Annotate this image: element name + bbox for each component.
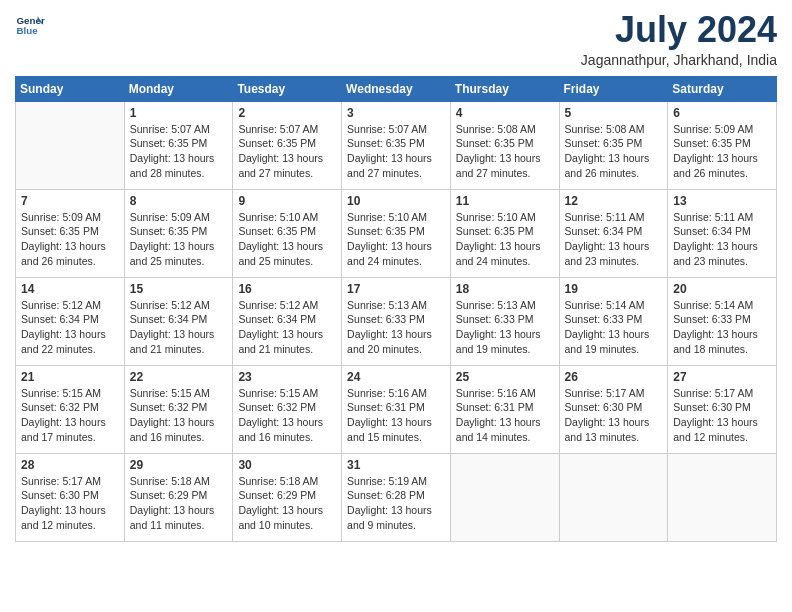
calendar-week-row: 21Sunrise: 5:15 AM Sunset: 6:32 PM Dayli… <box>16 365 777 453</box>
calendar-week-row: 1Sunrise: 5:07 AM Sunset: 6:35 PM Daylig… <box>16 101 777 189</box>
day-info: Sunrise: 5:10 AM Sunset: 6:35 PM Dayligh… <box>238 210 336 269</box>
day-number: 7 <box>21 194 119 208</box>
header-thursday: Thursday <box>450 76 559 101</box>
header-saturday: Saturday <box>668 76 777 101</box>
day-number: 25 <box>456 370 554 384</box>
table-row: 12Sunrise: 5:11 AM Sunset: 6:34 PM Dayli… <box>559 189 668 277</box>
day-info: Sunrise: 5:09 AM Sunset: 6:35 PM Dayligh… <box>130 210 228 269</box>
table-row <box>16 101 125 189</box>
day-info: Sunrise: 5:07 AM Sunset: 6:35 PM Dayligh… <box>238 122 336 181</box>
day-number: 29 <box>130 458 228 472</box>
location-subtitle: Jagannathpur, Jharkhand, India <box>581 52 777 68</box>
day-info: Sunrise: 5:12 AM Sunset: 6:34 PM Dayligh… <box>21 298 119 357</box>
table-row: 15Sunrise: 5:12 AM Sunset: 6:34 PM Dayli… <box>124 277 233 365</box>
table-row: 2Sunrise: 5:07 AM Sunset: 6:35 PM Daylig… <box>233 101 342 189</box>
table-row: 3Sunrise: 5:07 AM Sunset: 6:35 PM Daylig… <box>342 101 451 189</box>
svg-text:General: General <box>17 15 46 26</box>
table-row: 19Sunrise: 5:14 AM Sunset: 6:33 PM Dayli… <box>559 277 668 365</box>
table-row: 22Sunrise: 5:15 AM Sunset: 6:32 PM Dayli… <box>124 365 233 453</box>
calendar-table: Sunday Monday Tuesday Wednesday Thursday… <box>15 76 777 542</box>
day-number: 28 <box>21 458 119 472</box>
day-number: 13 <box>673 194 771 208</box>
table-row: 8Sunrise: 5:09 AM Sunset: 6:35 PM Daylig… <box>124 189 233 277</box>
table-row: 5Sunrise: 5:08 AM Sunset: 6:35 PM Daylig… <box>559 101 668 189</box>
header-friday: Friday <box>559 76 668 101</box>
page-header: General Blue July 2024 Jagannathpur, Jha… <box>15 10 777 68</box>
day-info: Sunrise: 5:18 AM Sunset: 6:29 PM Dayligh… <box>130 474 228 533</box>
table-row: 9Sunrise: 5:10 AM Sunset: 6:35 PM Daylig… <box>233 189 342 277</box>
day-number: 16 <box>238 282 336 296</box>
day-info: Sunrise: 5:16 AM Sunset: 6:31 PM Dayligh… <box>456 386 554 445</box>
day-info: Sunrise: 5:09 AM Sunset: 6:35 PM Dayligh… <box>21 210 119 269</box>
day-number: 9 <box>238 194 336 208</box>
day-info: Sunrise: 5:10 AM Sunset: 6:35 PM Dayligh… <box>347 210 445 269</box>
table-row: 28Sunrise: 5:17 AM Sunset: 6:30 PM Dayli… <box>16 453 125 541</box>
title-area: July 2024 Jagannathpur, Jharkhand, India <box>581 10 777 68</box>
day-number: 21 <box>21 370 119 384</box>
table-row: 20Sunrise: 5:14 AM Sunset: 6:33 PM Dayli… <box>668 277 777 365</box>
calendar-week-row: 28Sunrise: 5:17 AM Sunset: 6:30 PM Dayli… <box>16 453 777 541</box>
day-info: Sunrise: 5:11 AM Sunset: 6:34 PM Dayligh… <box>673 210 771 269</box>
day-number: 15 <box>130 282 228 296</box>
day-number: 23 <box>238 370 336 384</box>
day-number: 3 <box>347 106 445 120</box>
day-number: 14 <box>21 282 119 296</box>
day-number: 2 <box>238 106 336 120</box>
table-row: 24Sunrise: 5:16 AM Sunset: 6:31 PM Dayli… <box>342 365 451 453</box>
day-number: 12 <box>565 194 663 208</box>
day-info: Sunrise: 5:17 AM Sunset: 6:30 PM Dayligh… <box>21 474 119 533</box>
logo-icon: General Blue <box>15 10 45 40</box>
day-number: 6 <box>673 106 771 120</box>
day-info: Sunrise: 5:07 AM Sunset: 6:35 PM Dayligh… <box>347 122 445 181</box>
day-number: 11 <box>456 194 554 208</box>
table-row: 29Sunrise: 5:18 AM Sunset: 6:29 PM Dayli… <box>124 453 233 541</box>
day-info: Sunrise: 5:08 AM Sunset: 6:35 PM Dayligh… <box>565 122 663 181</box>
table-row: 13Sunrise: 5:11 AM Sunset: 6:34 PM Dayli… <box>668 189 777 277</box>
day-info: Sunrise: 5:07 AM Sunset: 6:35 PM Dayligh… <box>130 122 228 181</box>
table-row: 10Sunrise: 5:10 AM Sunset: 6:35 PM Dayli… <box>342 189 451 277</box>
header-monday: Monday <box>124 76 233 101</box>
day-number: 8 <box>130 194 228 208</box>
day-number: 18 <box>456 282 554 296</box>
day-number: 1 <box>130 106 228 120</box>
header-wednesday: Wednesday <box>342 76 451 101</box>
day-number: 19 <box>565 282 663 296</box>
day-info: Sunrise: 5:08 AM Sunset: 6:35 PM Dayligh… <box>456 122 554 181</box>
day-info: Sunrise: 5:11 AM Sunset: 6:34 PM Dayligh… <box>565 210 663 269</box>
day-number: 22 <box>130 370 228 384</box>
day-info: Sunrise: 5:17 AM Sunset: 6:30 PM Dayligh… <box>673 386 771 445</box>
table-row: 4Sunrise: 5:08 AM Sunset: 6:35 PM Daylig… <box>450 101 559 189</box>
table-row: 30Sunrise: 5:18 AM Sunset: 6:29 PM Dayli… <box>233 453 342 541</box>
day-number: 24 <box>347 370 445 384</box>
table-row: 23Sunrise: 5:15 AM Sunset: 6:32 PM Dayli… <box>233 365 342 453</box>
table-row: 31Sunrise: 5:19 AM Sunset: 6:28 PM Dayli… <box>342 453 451 541</box>
day-number: 30 <box>238 458 336 472</box>
day-info: Sunrise: 5:14 AM Sunset: 6:33 PM Dayligh… <box>565 298 663 357</box>
table-row: 11Sunrise: 5:10 AM Sunset: 6:35 PM Dayli… <box>450 189 559 277</box>
day-number: 17 <box>347 282 445 296</box>
table-row <box>668 453 777 541</box>
day-number: 5 <box>565 106 663 120</box>
table-row: 16Sunrise: 5:12 AM Sunset: 6:34 PM Dayli… <box>233 277 342 365</box>
day-number: 26 <box>565 370 663 384</box>
table-row: 21Sunrise: 5:15 AM Sunset: 6:32 PM Dayli… <box>16 365 125 453</box>
day-number: 20 <box>673 282 771 296</box>
day-info: Sunrise: 5:12 AM Sunset: 6:34 PM Dayligh… <box>238 298 336 357</box>
day-info: Sunrise: 5:12 AM Sunset: 6:34 PM Dayligh… <box>130 298 228 357</box>
table-row: 6Sunrise: 5:09 AM Sunset: 6:35 PM Daylig… <box>668 101 777 189</box>
month-year-title: July 2024 <box>581 10 777 50</box>
day-info: Sunrise: 5:15 AM Sunset: 6:32 PM Dayligh… <box>238 386 336 445</box>
header-sunday: Sunday <box>16 76 125 101</box>
day-info: Sunrise: 5:14 AM Sunset: 6:33 PM Dayligh… <box>673 298 771 357</box>
day-info: Sunrise: 5:10 AM Sunset: 6:35 PM Dayligh… <box>456 210 554 269</box>
header-tuesday: Tuesday <box>233 76 342 101</box>
day-info: Sunrise: 5:19 AM Sunset: 6:28 PM Dayligh… <box>347 474 445 533</box>
table-row <box>559 453 668 541</box>
table-row: 7Sunrise: 5:09 AM Sunset: 6:35 PM Daylig… <box>16 189 125 277</box>
day-number: 31 <box>347 458 445 472</box>
day-info: Sunrise: 5:13 AM Sunset: 6:33 PM Dayligh… <box>347 298 445 357</box>
table-row: 18Sunrise: 5:13 AM Sunset: 6:33 PM Dayli… <box>450 277 559 365</box>
calendar-week-row: 7Sunrise: 5:09 AM Sunset: 6:35 PM Daylig… <box>16 189 777 277</box>
logo: General Blue <box>15 10 45 40</box>
calendar-week-row: 14Sunrise: 5:12 AM Sunset: 6:34 PM Dayli… <box>16 277 777 365</box>
